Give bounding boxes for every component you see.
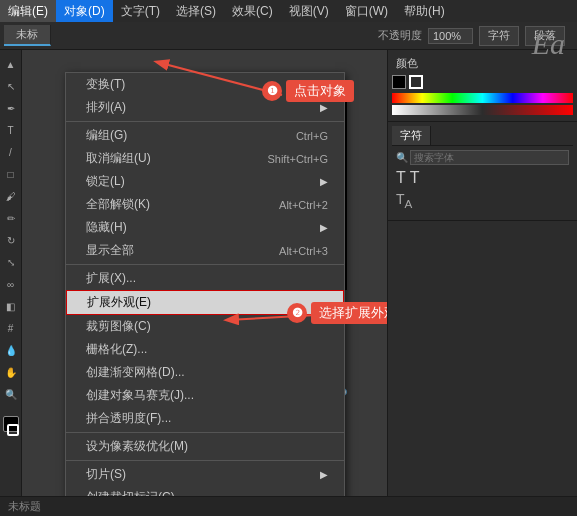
font-search-input[interactable] xyxy=(410,150,569,165)
direct-select-tool[interactable]: ↖ xyxy=(1,76,21,96)
menu-item-rasterize[interactable]: 栅格化(Z)... xyxy=(66,338,344,361)
menu-item-transform[interactable]: 变换(T) ▶ xyxy=(66,73,344,96)
dropdown-overlay: 变换(T) ▶ 排列(A) ▶ 编组(G) Ctrl+G 取消编组(U) Shi… xyxy=(22,72,387,496)
rotate-tool[interactable]: ↻ xyxy=(1,230,21,250)
menu-item-hide[interactable]: 隐藏(H) ▶ xyxy=(66,216,344,239)
separator xyxy=(66,460,344,461)
menu-item-pixel-optimize[interactable]: 设为像素级优化(M) xyxy=(66,435,344,458)
menu-item-flatten[interactable]: 拼合透明度(F)... xyxy=(66,407,344,430)
menu-item-lock[interactable]: 锁定(L) ▶ xyxy=(66,170,344,193)
menu-view[interactable]: 视图(V) xyxy=(281,0,337,22)
mesh-tool[interactable]: # xyxy=(1,318,21,338)
menu-item-ungroup[interactable]: 取消编组(U) Shift+Ctrl+G xyxy=(66,147,344,170)
doc-tab[interactable]: 未标 xyxy=(4,25,51,46)
toolbar: 未标 不透明度 字符 段落 xyxy=(0,22,577,50)
scale-tool[interactable]: ⤡ xyxy=(1,252,21,272)
menu-select[interactable]: 选择(S) xyxy=(168,0,224,22)
submenu-arrow: ▶ xyxy=(320,79,328,90)
brush-tool[interactable]: 🖌 xyxy=(1,186,21,206)
menu-item-expand-appearance[interactable]: 扩展外观(E) xyxy=(66,290,344,315)
eyedropper-tool[interactable]: 💧 xyxy=(1,340,21,360)
menu-item-slice[interactable]: 切片(S) ▶ xyxy=(66,463,344,486)
type-tool[interactable]: T xyxy=(1,120,21,140)
separator xyxy=(66,432,344,433)
menu-item-expand[interactable]: 扩展(X)... xyxy=(66,267,344,290)
menu-item-show-all[interactable]: 显示全部 Alt+Ctrl+3 xyxy=(66,239,344,262)
stroke-swatch[interactable] xyxy=(409,75,423,89)
menubar: 编辑(E) 对象(D) 文字(T) 选择(S) 效果(C) 视图(V) 窗口(W… xyxy=(0,0,577,22)
gradient-tool[interactable]: ◧ xyxy=(1,296,21,316)
submenu-arrow: ▶ xyxy=(320,102,328,113)
main-area: ▲ ↖ ✒ T / □ 🖌 ✏ ↻ ⤡ ∞ ◧ # 💧 ✋ 🔍 xyxy=(0,50,577,496)
type-controls-2: TA xyxy=(396,191,569,210)
menu-item-mosaic[interactable]: 创建对象马赛克(J)... xyxy=(66,384,344,407)
stroke-color[interactable] xyxy=(7,424,19,436)
menu-object[interactable]: 对象(D) xyxy=(56,0,113,22)
type-italic[interactable]: TA xyxy=(396,191,412,210)
panel-tabs: 字符 xyxy=(392,126,573,146)
pen-tool[interactable]: ✒ xyxy=(1,98,21,118)
menu-item-crop-marks[interactable]: 创建裁切标记(C) xyxy=(66,486,344,496)
menu-item-gradient-mesh[interactable]: 创建渐变网格(D)... xyxy=(66,361,344,384)
object-menu[interactable]: 变换(T) ▶ 排列(A) ▶ 编组(G) Ctrl+G 取消编组(U) Shi… xyxy=(65,72,345,496)
menu-help[interactable]: 帮助(H) xyxy=(396,0,453,22)
color-gradient-bar[interactable] xyxy=(392,105,573,115)
opacity-input[interactable] xyxy=(428,28,473,44)
submenu-arrow: ▶ xyxy=(320,469,328,480)
pencil-tool[interactable]: ✏ xyxy=(1,208,21,228)
menu-item-arrange[interactable]: 排列(A) ▶ xyxy=(66,96,344,119)
menu-effect[interactable]: 效果(C) xyxy=(224,0,281,22)
submenu-arrow: ▶ xyxy=(320,222,328,233)
separator xyxy=(66,264,344,265)
hue-bar[interactable] xyxy=(392,93,573,103)
separator xyxy=(66,121,344,122)
char-tab-btn[interactable]: 字符 xyxy=(479,26,519,46)
menu-item-group[interactable]: 编组(G) Ctrl+G xyxy=(66,124,344,147)
search-icon-label: 🔍 xyxy=(396,152,408,163)
select-tool[interactable]: ▲ xyxy=(1,54,21,74)
menu-window[interactable]: 窗口(W) xyxy=(337,0,396,22)
ea-display: Ea xyxy=(532,27,565,61)
hand-tool[interactable]: ✋ xyxy=(1,362,21,382)
menu-item-crop-image[interactable]: 裁剪图像(C) xyxy=(66,315,344,338)
tab-character[interactable]: 字符 xyxy=(392,126,431,145)
statusbar: 未标题 xyxy=(0,496,577,516)
fill-swatch[interactable] xyxy=(392,75,406,89)
right-panel: 颜色 字符 🔍 T T xyxy=(387,50,577,496)
left-toolbar: ▲ ↖ ✒ T / □ 🖌 ✏ ↻ ⤡ ∞ ◧ # 💧 ✋ 🔍 xyxy=(0,50,22,496)
char-panel: 字符 🔍 T T TA xyxy=(388,122,577,221)
rect-tool[interactable]: □ xyxy=(1,164,21,184)
submenu-arrow: ▶ xyxy=(320,176,328,187)
canvas-area: 变换(T) ▶ 排列(A) ▶ 编组(G) Ctrl+G 取消编组(U) Shi… xyxy=(22,50,387,496)
menu-edit[interactable]: 编辑(E) xyxy=(0,0,56,22)
opacity-label: 不透明度 xyxy=(378,28,422,43)
menu-item-unlock-all[interactable]: 全部解锁(K) Alt+Ctrl+2 xyxy=(66,193,344,216)
zoom-tool[interactable]: 🔍 xyxy=(1,384,21,404)
blend-tool[interactable]: ∞ xyxy=(1,274,21,294)
type-size-large[interactable]: T T xyxy=(396,169,419,187)
menu-text[interactable]: 文字(T) xyxy=(113,0,168,22)
char-panel-content: 🔍 T T TA xyxy=(392,146,573,216)
type-controls: T T xyxy=(396,169,569,187)
line-tool[interactable]: / xyxy=(1,142,21,162)
